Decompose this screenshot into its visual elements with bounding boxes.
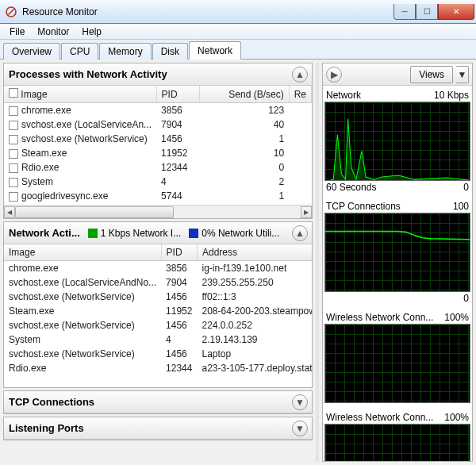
chevron-up-icon: ▲ — [295, 228, 305, 239]
chevron-down-icon: ▼ — [295, 423, 305, 434]
panel-processes-body: Image PID Send (B/sec) Re chrome.exe3856… — [4, 86, 312, 205]
legend-1: 1 Kbps Network I... — [88, 228, 181, 239]
views-button[interactable]: Views — [410, 66, 453, 83]
scroll-left-icon[interactable]: ◀ — [4, 206, 15, 218]
table-row[interactable]: System42 — [4, 175, 312, 189]
graph-footer-left: 60 Seconds — [326, 182, 376, 193]
panel-ports-header[interactable]: Listening Ports ▼ — [4, 417, 312, 440]
row-checkbox[interactable] — [9, 163, 18, 173]
expand-button[interactable]: ▼ — [292, 394, 308, 410]
panel-processes-title: Processes with Network Activity — [9, 68, 167, 80]
table-row[interactable]: chrome.exe3856ig-in-f139.1e100.net — [4, 261, 312, 276]
expand-button[interactable]: ▼ — [292, 421, 308, 436]
graph-footer-right: 0 — [463, 293, 469, 304]
minimize-button[interactable]: ─ — [393, 4, 416, 20]
col-image[interactable]: Image — [4, 244, 161, 261]
collapse-button[interactable]: ▲ — [292, 225, 308, 241]
cell-recv — [289, 132, 311, 146]
graph-plot — [324, 424, 470, 461]
maximize-button[interactable]: ☐ — [416, 4, 438, 20]
table-row[interactable]: svchost.exe (NetworkService)1456Laptop — [4, 347, 312, 361]
tab-network[interactable]: Network — [189, 41, 241, 60]
cell-pid: 1456 — [156, 132, 199, 146]
panel-network-header[interactable]: Network Acti... 1 Kbps Network I... 0% N… — [4, 222, 312, 244]
cell-image: Rdio.exe — [4, 361, 161, 375]
table-row[interactable]: Steam.exe11952208-64-200-203.steampow... — [4, 304, 312, 318]
table-row[interactable]: svchost.exe (NetworkService)1456224.0.0.… — [4, 318, 312, 332]
menu-help[interactable]: Help — [75, 25, 108, 39]
graph-title: Wireless Network Conn... — [326, 312, 433, 323]
hide-pane-button[interactable]: ▶ — [326, 67, 342, 83]
table-row[interactable]: Steam.exe1195210 — [4, 146, 312, 160]
scroll-right-icon[interactable]: ▶ — [301, 206, 312, 218]
row-checkbox[interactable] — [9, 121, 18, 130]
table-row[interactable]: chrome.exe3856123 — [4, 103, 312, 118]
processes-table: Image PID Send (B/sec) Re chrome.exe3856… — [4, 86, 312, 203]
panel-tcp-header[interactable]: TCP Connections ▼ — [4, 391, 312, 413]
h-scrollbar[interactable]: ◀ ▶ — [4, 205, 312, 218]
table-row[interactable]: svchost.exe (NetworkService)1456ff02::1:… — [4, 290, 312, 304]
tab-disk[interactable]: Disk — [152, 43, 188, 60]
panel-tcp-connections: TCP Connections ▼ — [3, 390, 313, 414]
collapse-button[interactable]: ▲ — [292, 67, 308, 83]
row-checkbox[interactable] — [9, 178, 18, 187]
col-recv[interactable]: Re — [289, 86, 311, 103]
cell-pid: 1456 — [161, 347, 197, 361]
chevron-right-icon: ▶ — [331, 69, 338, 80]
table-row[interactable]: googledrivesync.exe57441 — [4, 189, 312, 203]
graph: Wireless Network Conn...100% — [324, 411, 470, 461]
col-pid[interactable]: PID — [161, 244, 197, 261]
menu-monitor[interactable]: Monitor — [31, 25, 75, 39]
chevron-down-icon: ▼ — [295, 397, 305, 408]
panel-ports-title: Listening Ports — [9, 422, 84, 434]
right-toolbar: ▶ Views ▼ — [323, 63, 472, 86]
cell-recv — [289, 189, 311, 203]
cell-pid: 7904 — [161, 275, 197, 290]
cell-pid: 1456 — [161, 290, 197, 304]
table-row[interactable]: Rdio.exe123440 — [4, 160, 312, 175]
cell-pid: 5744 — [156, 189, 199, 203]
scroll-thumb[interactable] — [15, 206, 174, 218]
row-checkbox[interactable] — [9, 149, 18, 159]
cell-send: 0 — [199, 160, 289, 175]
row-checkbox[interactable] — [9, 135, 18, 144]
cell-send: 123 — [199, 103, 289, 118]
tab-cpu[interactable]: CPU — [61, 43, 98, 60]
menubar: File Monitor Help — [0, 24, 476, 40]
cell-address: a23-3-105-177.deploy.stati... — [197, 361, 312, 375]
graph-plot — [324, 213, 470, 292]
graph-plot — [324, 102, 470, 181]
table-row[interactable]: Rdio.exe12344a23-3-105-177.deploy.stati.… — [4, 361, 312, 375]
tab-memory[interactable]: Memory — [99, 43, 151, 60]
panel-processes-header[interactable]: Processes with Network Activity ▲ — [4, 63, 312, 86]
panel-listening-ports: Listening Ports ▼ — [3, 417, 313, 440]
cell-send: 2 — [199, 175, 289, 189]
col-pid[interactable]: PID — [156, 86, 199, 103]
col-send[interactable]: Send (B/sec) — [199, 86, 289, 103]
cell-image: googledrivesync.exe — [4, 189, 156, 203]
table-row[interactable]: svchost.exe (LocalServiceAn...790440 — [4, 117, 312, 132]
cell-image: chrome.exe — [4, 261, 161, 276]
graph-plot — [324, 324, 470, 403]
splitter[interactable] — [316, 63, 319, 462]
table-row[interactable]: System42.19.143.139 — [4, 332, 312, 347]
close-button[interactable]: ✕ — [438, 4, 474, 20]
table-row[interactable]: svchost.exe (NetworkService)14561 — [4, 132, 312, 146]
row-checkbox[interactable] — [9, 106, 18, 116]
cell-send: 1 — [199, 132, 289, 146]
col-address[interactable]: Address — [197, 244, 312, 261]
col-image[interactable]: Image — [4, 86, 156, 103]
menu-file[interactable]: File — [3, 25, 31, 39]
table-row[interactable]: svchost.exe (LocalServiceAndNo...7904239… — [4, 275, 312, 290]
views-dropdown[interactable]: ▼ — [456, 66, 469, 83]
row-checkbox[interactable] — [9, 192, 18, 202]
tab-overview[interactable]: Overview — [3, 43, 60, 60]
cell-address: 208-64-200-203.steampow... — [197, 304, 312, 318]
graph-scale: 100% — [444, 312, 469, 323]
panel-network-activity: Network Acti... 1 Kbps Network I... 0% N… — [3, 221, 313, 388]
cell-image: Steam.exe — [4, 304, 161, 318]
cell-image: svchost.exe (LocalServiceAn... — [4, 117, 156, 132]
cell-image: System — [4, 175, 156, 189]
header-checkbox[interactable] — [9, 88, 18, 98]
graphs-container[interactable]: Network10 Kbps60 Seconds0TCP Connections… — [323, 86, 472, 461]
